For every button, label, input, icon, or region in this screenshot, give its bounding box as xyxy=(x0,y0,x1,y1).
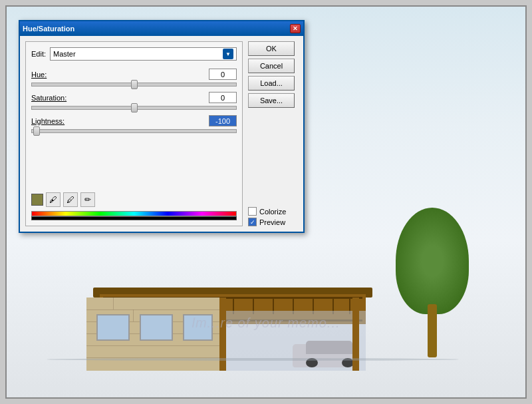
colorize-checkbox[interactable] xyxy=(248,207,257,216)
checkbox-group: Colorize ✓ Preview xyxy=(248,207,298,226)
dialog-title: Hue/Saturation xyxy=(23,25,74,33)
hue-label: Hue: xyxy=(31,71,47,79)
saturation-label-row: Saturation: 0 xyxy=(31,92,237,103)
dropdown-arrow-icon: ▼ xyxy=(223,49,233,59)
color-swatch-1 xyxy=(31,194,43,206)
lightness-label: Lightness: xyxy=(31,117,65,125)
color-spectrum-bar xyxy=(31,211,237,216)
lightness-label-row: Lightness: -100 xyxy=(31,115,237,126)
lightness-value[interactable]: -100 xyxy=(209,115,237,126)
dialog-titlebar: Hue/Saturation ✕ xyxy=(20,21,303,36)
saturation-slider-track[interactable] xyxy=(31,106,237,110)
edit-dropdown[interactable]: Master ▼ xyxy=(50,47,237,61)
photobucket-watermark: lm...re of your memo... xyxy=(192,315,340,331)
tree xyxy=(392,211,472,357)
hue-slider-row: Hue: 0 xyxy=(31,69,237,87)
ok-button[interactable]: OK xyxy=(248,41,295,56)
eyedropper-plus-button[interactable]: 🖊 xyxy=(63,192,78,207)
tree-trunk xyxy=(428,304,437,357)
colorize-checkbox-item: Colorize xyxy=(248,207,298,216)
dialog-body: Edit: Master ▼ Hue: 0 xyxy=(20,36,303,232)
cancel-button[interactable]: Cancel xyxy=(248,59,295,73)
main-frame: lm...re of your memo... Hue/Saturation ✕… xyxy=(5,5,527,399)
lightness-slider-thumb[interactable] xyxy=(33,126,40,136)
saturation-slider-thumb[interactable] xyxy=(131,103,138,112)
saturation-slider-row: Saturation: 0 xyxy=(31,92,237,110)
hue-slider-track[interactable] xyxy=(31,83,237,87)
edit-row: Edit: Master ▼ xyxy=(31,47,237,61)
saturation-label: Saturation: xyxy=(31,94,66,102)
dialog-left-panel: Edit: Master ▼ Hue: 0 xyxy=(25,41,243,226)
black-bar xyxy=(31,216,237,220)
load-button[interactable]: Load... xyxy=(248,76,295,91)
dialog-right-panel: OK Cancel Load... Save... Colorize ✓ Pre… xyxy=(248,41,298,226)
colorize-label: Colorize xyxy=(259,208,286,216)
saturation-value[interactable]: 0 xyxy=(209,92,237,103)
edit-label: Edit: xyxy=(31,50,46,58)
eyedropper-minus-button[interactable]: ✏ xyxy=(80,192,95,207)
ground-shadow xyxy=(47,358,459,361)
hue-label-row: Hue: 0 xyxy=(31,69,237,80)
eyedropper-tools: 🖋 🖊 ✏ xyxy=(31,192,95,207)
save-button[interactable]: Save... xyxy=(248,93,295,108)
edit-dropdown-value: Master xyxy=(53,50,76,58)
preview-checkbox-item: ✓ Preview xyxy=(248,218,298,226)
lightness-slider-track[interactable] xyxy=(31,129,237,133)
lightness-slider-row: Lightness: -100 xyxy=(31,115,237,133)
tree-foliage xyxy=(396,208,469,314)
preview-checkbox[interactable]: ✓ xyxy=(248,218,257,226)
preview-label: Preview xyxy=(259,218,285,226)
hue-value[interactable]: 0 xyxy=(209,69,237,80)
hue-saturation-dialog: Hue/Saturation ✕ Edit: Master ▼ Hue: xyxy=(19,20,305,233)
dialog-close-button[interactable]: ✕ xyxy=(290,24,301,33)
eyedropper-button[interactable]: 🖋 xyxy=(46,192,61,207)
hue-slider-thumb[interactable] xyxy=(131,80,138,89)
